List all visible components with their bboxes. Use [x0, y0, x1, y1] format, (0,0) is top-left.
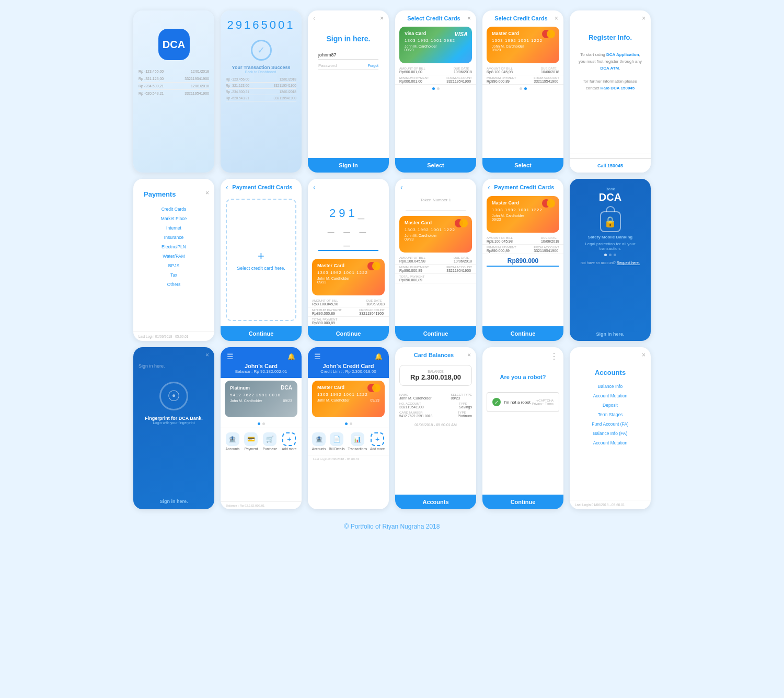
- account-item-mutation2[interactable]: Account Mutation: [570, 438, 651, 448]
- payment-credit-title: Payment Credit Cards: [232, 184, 292, 190]
- account-item-balance-fa[interactable]: Balance Info (FA): [570, 429, 651, 438]
- back-icon[interactable]: ‹: [488, 183, 490, 191]
- register-header: ×: [570, 10, 651, 24]
- bell-icon[interactable]: 🔔: [287, 353, 295, 360]
- account-item-mutation[interactable]: Account Mutation: [570, 391, 651, 401]
- close-icon[interactable]: ×: [642, 351, 645, 359]
- add-more-label: Add more: [370, 447, 385, 451]
- card-row: CARD NUMBER5412 7622 2991 0018 TYPEPlati…: [399, 410, 472, 419]
- payment-master-card: Master Card 1303 1992 1001 1222 John M. …: [487, 196, 559, 233]
- card-holder-name: John M. Cardholder: [405, 234, 467, 237]
- payment-item-bpjs[interactable]: BPJS: [133, 261, 214, 270]
- continue-button[interactable]: Continue: [482, 495, 563, 509]
- payment-item-marketplace[interactable]: Market Place: [133, 214, 214, 223]
- select-button[interactable]: Select: [482, 158, 563, 173]
- card-number: 1303 1992 1001 1222: [405, 227, 467, 232]
- name-row: NAMEJohn M. Cardholder SELECT TYPE09/23: [399, 392, 472, 401]
- balance-date: 01/06/2018 - 05.60.01 AM: [395, 421, 476, 429]
- screen-johns-credit-card: ☰ 🔔 John's Credit Card Credit Limit : Rp…: [308, 347, 389, 509]
- tx-row: Rp -123.456,0012/01/2018: [139, 68, 209, 75]
- close-icon[interactable]: ×: [467, 15, 471, 22]
- purchase-action[interactable]: 🛒 Purchase: [263, 432, 277, 451]
- recaptcha-box[interactable]: ✓ I'm not a robot reCAPTCHA Privacy - Te…: [487, 392, 559, 412]
- fp-signin-footer[interactable]: Sign in here.: [133, 494, 214, 509]
- accounts-label: Accounts: [226, 447, 240, 451]
- account-item-term-stages[interactable]: Term Stages: [570, 410, 651, 419]
- portfolio-footer: © Portfolio of Riyan Nugraha 2018: [344, 523, 440, 530]
- last-login-footer: Last Login 01/06/2018 - 05.60.01: [570, 500, 651, 509]
- payment-item-electric[interactable]: Electric/PLN: [133, 242, 214, 251]
- menu-icon[interactable]: ☰: [227, 352, 234, 361]
- screen-accounts: × Accounts Balance Info Account Mutation…: [570, 347, 651, 509]
- screen-recaptcha: ⋮ Are you a robot? ✓ I'm not a robot reC…: [482, 347, 563, 509]
- add-more-action[interactable]: + Add more: [370, 432, 385, 451]
- dca-bank-logo: Bank DCA: [570, 179, 651, 206]
- call-button[interactable]: Call 150045: [570, 158, 651, 173]
- header-row: ☰ 🔔: [314, 352, 383, 361]
- close-icon[interactable]: ×: [555, 15, 558, 22]
- continue-button[interactable]: Continue: [221, 326, 302, 341]
- select-button[interactable]: Select: [395, 158, 476, 173]
- token-label: Token Number 1: [395, 193, 476, 204]
- forgot-link[interactable]: Forgot: [368, 64, 378, 67]
- payment-item-tax[interactable]: Tax: [133, 270, 214, 280]
- close-icon[interactable]: ×: [205, 189, 209, 197]
- token-header: ‹: [395, 179, 476, 193]
- tx-row: Rp -620.543,21332119541900: [139, 90, 209, 97]
- robot-title: Are you a robot?: [482, 363, 563, 388]
- visa-card: Visa Card VISA 1303 1992 1001 0982 John …: [399, 27, 472, 63]
- transactions-action[interactable]: 📊 Transactions: [348, 432, 367, 451]
- accounts-button[interactable]: Accounts: [395, 495, 476, 509]
- master-card: Master Card 1303 1992 1001 1222 John M. …: [487, 27, 559, 63]
- screen-payment-amount: ‹ Payment Credit Cards Master Card 1303 …: [482, 179, 563, 341]
- payment-item-water[interactable]: Water/PAM: [133, 251, 214, 261]
- select-credit-label: Select credit card here.: [237, 266, 285, 271]
- payment-label: Payment: [245, 447, 258, 451]
- select-credit-title: Select Credit Cards: [400, 15, 467, 21]
- add-more-icon: +: [282, 432, 296, 446]
- accounts-action[interactable]: 🏦 Accounts: [312, 432, 326, 451]
- balances-title: Card Balances: [400, 352, 467, 358]
- account-item-fa[interactable]: Fund Account (FA): [570, 419, 651, 429]
- signin-button[interactable]: Sign in: [308, 158, 389, 173]
- card-number: 1303 1992 1001 0982: [405, 38, 467, 43]
- payment-item-credit-cards[interactable]: Credit Cards: [133, 204, 214, 214]
- menu-icon[interactable]: ☰: [314, 352, 321, 361]
- card-dots: [308, 420, 389, 428]
- mastercard-logo: [367, 262, 381, 270]
- continue-button[interactable]: Continue: [482, 326, 563, 341]
- payment-row: MINIMUM PAYMENTRp600.001,00 FROM ACCOUNT…: [395, 75, 476, 85]
- otp-numbers: 29165001: [221, 10, 302, 37]
- add-more-action[interactable]: + Add more: [282, 432, 296, 451]
- close-icon[interactable]: ×: [467, 351, 471, 359]
- select-credit-box[interactable]: + Select credit card here.: [226, 199, 296, 321]
- back-icon[interactable]: ‹: [400, 183, 403, 191]
- credit-card-display-name: John's Credit Card: [314, 363, 383, 369]
- account-item-deposit[interactable]: Deposit: [570, 401, 651, 410]
- close-icon[interactable]: ×: [642, 15, 645, 22]
- back-icon[interactable]: ‹: [313, 183, 316, 191]
- otp-display: 291_ _ _ _ _: [318, 199, 378, 251]
- select-credit-master-title: Select Credit Cards: [488, 15, 555, 21]
- bill-details-action[interactable]: 📄 Bill Details: [329, 432, 344, 451]
- payment-item-internet[interactable]: Internet: [133, 223, 214, 233]
- close-icon[interactable]: ×: [205, 351, 209, 359]
- close-icon[interactable]: ×: [380, 15, 384, 22]
- back-icon[interactable]: ‹: [226, 183, 228, 191]
- accounts-action[interactable]: 🏦 Accounts: [226, 432, 240, 451]
- payment-item-others[interactable]: Others: [133, 280, 214, 289]
- card-actions-bar: 🏦 Accounts 💳 Payment 🛒 Purchase + Add mo…: [221, 428, 302, 455]
- bell-icon[interactable]: 🔔: [375, 353, 383, 360]
- johns-credit-header: ☰ 🔔 John's Credit Card Credit Limit : Rp…: [308, 347, 389, 378]
- continue-button[interactable]: Continue: [308, 326, 389, 341]
- amount-input[interactable]: [487, 256, 560, 267]
- three-dots-icon[interactable]: ⋮: [550, 351, 558, 361]
- last-login-footer: Last Login 01/06/2018 - 05.60.01: [133, 331, 214, 341]
- plus-icon: +: [258, 249, 264, 263]
- payment-item-insurance[interactable]: Insurance: [133, 233, 214, 242]
- payment-action[interactable]: 💳 Payment: [244, 432, 258, 451]
- continue-button[interactable]: Continue: [395, 326, 476, 341]
- register-body: To start using DCA Application, you must…: [570, 48, 651, 150]
- fingerprint-icon: ☉: [159, 382, 188, 410]
- account-item-balance-info[interactable]: Balance Info: [570, 382, 651, 391]
